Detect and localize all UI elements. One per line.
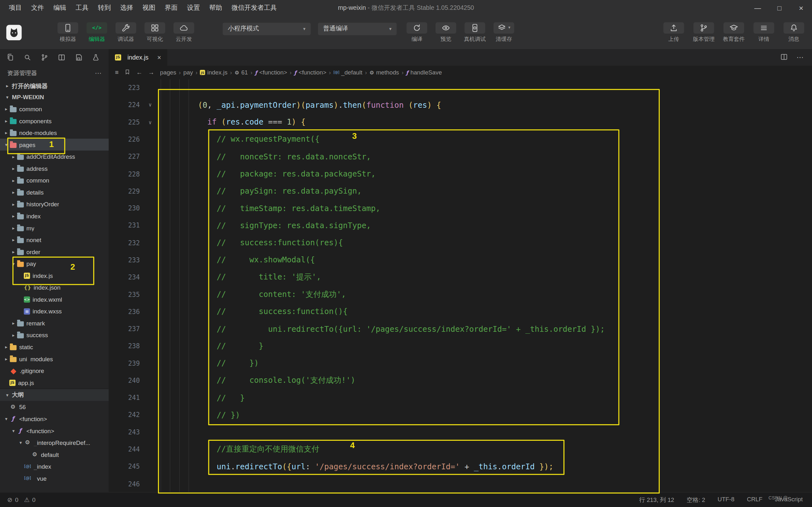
- tree-item[interactable]: ⚙default: [0, 449, 109, 461]
- code-line[interactable]: 223: [109, 79, 812, 96]
- code-line[interactable]: 244 //直接重定向不使用微信支付: [109, 441, 812, 458]
- close-tab-icon[interactable]: ×: [157, 54, 161, 61]
- tree-item[interactable]: ▸address: [0, 163, 109, 175]
- tree-item[interactable]: ▸success: [0, 329, 109, 341]
- maximize-button[interactable]: □: [768, 0, 791, 15]
- code-editor[interactable]: 223224∨ (0, _api.paymentOrder)(params).t…: [109, 79, 812, 493]
- toolbar-remote-debug-button[interactable]: 真机调试: [463, 22, 487, 43]
- breadcrumb-item[interactable]: ƒhandleSave: [406, 69, 443, 76]
- code-line[interactable]: 240 // console.log('支付成功!'): [109, 372, 812, 389]
- toolbar-editor-button[interactable]: </>编辑器: [85, 22, 109, 43]
- save-all-icon[interactable]: [74, 53, 83, 61]
- tree-item[interactable]: .gitignore: [0, 365, 109, 377]
- code-line[interactable]: 232 // success:function(res){: [109, 234, 812, 251]
- code-line[interactable]: 238 // }: [109, 337, 812, 354]
- tree-item[interactable]: ▾pay: [0, 258, 109, 270]
- menu-item[interactable]: 视图: [138, 0, 160, 15]
- explorer-files-icon[interactable]: [6, 53, 14, 61]
- code-line[interactable]: 231 // signType: res.data.signType,: [109, 217, 812, 234]
- breadcrumb-item[interactable]: ⚙61: [234, 69, 248, 76]
- tree-item[interactable]: {}index.json: [0, 281, 109, 293]
- toolbar-clear-cache-button[interactable]: ▾清缓存: [492, 22, 516, 43]
- toolbar-simulator-button[interactable]: 模拟器: [56, 22, 80, 43]
- code-line[interactable]: 245 uni.redirectTo({url: '/pages/success…: [109, 458, 812, 475]
- menu-item[interactable]: 微信开发者工具: [227, 0, 281, 15]
- code-line[interactable]: 235 // content: '支付成功',: [109, 286, 812, 303]
- code-line[interactable]: 234 // title: '提示',: [109, 268, 812, 285]
- tree-item[interactable]: ▸components: [0, 115, 109, 127]
- section-open-editors[interactable]: ▸ 打开的编辑器: [0, 80, 109, 92]
- code-line[interactable]: 230 // timeStamp: res.data.timeStamp,: [109, 200, 812, 217]
- tree-item[interactable]: ▸uni_modules: [0, 353, 109, 365]
- code-line[interactable]: 243: [109, 424, 812, 441]
- menu-item[interactable]: 设置: [183, 0, 205, 15]
- menu-item[interactable]: 选择: [115, 0, 138, 15]
- code-line[interactable]: 242 // }): [109, 406, 812, 424]
- menu-item[interactable]: 界面: [160, 0, 182, 15]
- app-logo-icon[interactable]: [6, 25, 22, 40]
- menu-item[interactable]: 项目: [4, 0, 26, 15]
- status-item[interactable]: CRLF: [747, 496, 763, 504]
- more-actions-icon[interactable]: ⋯: [797, 53, 804, 61]
- toolbar-preview-button[interactable]: 预览: [434, 22, 458, 43]
- code-line[interactable]: 236 // success:function(){: [109, 303, 812, 320]
- editor-layout-icon[interactable]: [57, 53, 66, 61]
- bookmark-icon[interactable]: [124, 68, 131, 76]
- code-line[interactable]: 225∨ if (res.code === 1) {: [109, 113, 812, 130]
- build-icon[interactable]: [92, 53, 100, 61]
- tree-item[interactable]: ▸nonet: [0, 234, 109, 246]
- breadcrumb-item[interactable]: pages: [159, 69, 177, 76]
- tree-item[interactable]: ▸index: [0, 210, 109, 222]
- tree-item[interactable]: ▸node-modules: [0, 127, 109, 139]
- problems-indicator[interactable]: ⊘ 0 ⚠ 0: [7, 496, 36, 504]
- breadcrumb-item[interactable]: ⚙methods: [369, 69, 399, 76]
- more-actions-icon[interactable]: ⋯: [95, 69, 101, 77]
- outline-list-icon[interactable]: ≡: [115, 69, 118, 76]
- tree-item[interactable]: ▸common: [0, 103, 109, 115]
- tree-item[interactable]: [@]_index: [0, 460, 109, 472]
- section-project-root[interactable]: ▾ MP-WEIXIN: [0, 92, 109, 103]
- search-icon[interactable]: [23, 53, 32, 61]
- menu-item[interactable]: 帮助: [205, 0, 227, 15]
- minimize-button[interactable]: —: [747, 0, 768, 15]
- back-icon[interactable]: ←: [136, 69, 142, 76]
- code-line[interactable]: 228 // package: res.data.packageStr,: [109, 165, 812, 182]
- tree-item[interactable]: ▾pages: [0, 139, 109, 151]
- tree-item[interactable]: [@]_vue: [0, 472, 109, 485]
- code-line[interactable]: 226 // wx.requestPayment({: [109, 131, 812, 148]
- code-line[interactable]: 233 // wx.showModal({: [109, 251, 812, 268]
- tree-item[interactable]: ▸order: [0, 246, 109, 258]
- tree-item[interactable]: ▸remark: [0, 317, 109, 329]
- menu-item[interactable]: 编辑: [49, 0, 71, 15]
- mode-select[interactable]: 小程序模式 ▾: [223, 22, 311, 35]
- menu-item[interactable]: 转到: [93, 0, 115, 15]
- tree-item[interactable]: ≡index.wxss: [0, 305, 109, 317]
- forward-icon[interactable]: →: [148, 69, 154, 76]
- toolbar-version-button[interactable]: 版本管理: [692, 22, 716, 43]
- breadcrumb-item[interactable]: pay: [183, 69, 194, 76]
- tree-item[interactable]: ▾ƒ<function>: [0, 413, 109, 425]
- tree-item[interactable]: ⚙56: [0, 401, 109, 413]
- status-item[interactable]: UTF-8: [717, 496, 734, 504]
- close-button[interactable]: ×: [790, 0, 812, 15]
- code-line[interactable]: 241 // }: [109, 389, 812, 406]
- compile-select[interactable]: 普通编译 ▾: [318, 22, 397, 35]
- toolbar-edu-button[interactable]: 教育套件: [722, 22, 746, 43]
- tree-item[interactable]: ▸common: [0, 174, 109, 186]
- tree-item[interactable]: ▸historyOrder: [0, 198, 109, 210]
- tree-item[interactable]: ▸details: [0, 186, 109, 199]
- code-line[interactable]: 246: [109, 475, 812, 493]
- tree-item[interactable]: ▾⚙_interopRequireDef...: [0, 437, 109, 449]
- toolbar-cloud-button[interactable]: 云开发: [172, 22, 196, 43]
- tree-item[interactable]: <>index.wxml: [0, 293, 109, 305]
- tree-item[interactable]: ▸addOrEditAddress: [0, 151, 109, 163]
- code-line[interactable]: 237 // uni.redirectTo({url: '/pages/succ…: [109, 320, 812, 337]
- breadcrumb-item[interactable]: [@]_default: [333, 69, 363, 76]
- code-line[interactable]: 229 // paySign: res.data.paySign,: [109, 182, 812, 200]
- split-editor-icon[interactable]: [780, 53, 788, 62]
- code-line[interactable]: 227 // nonceStr: res.data.nonceStr,: [109, 148, 812, 165]
- toolbar-upload-button[interactable]: 上传: [662, 22, 686, 43]
- tab-index-js[interactable]: JS index.js ×: [109, 49, 167, 66]
- section-outline[interactable]: ▾ 大纲: [0, 389, 109, 401]
- toolbar-debugger-button[interactable]: 调试器: [114, 22, 138, 43]
